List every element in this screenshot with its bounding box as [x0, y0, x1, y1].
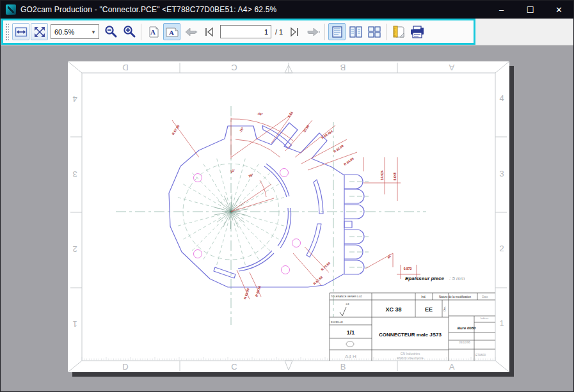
toolbar-separator	[386, 24, 387, 40]
dimension-label: 0.873	[404, 267, 412, 270]
first-page-icon	[203, 26, 215, 38]
portrait-page-icon: A	[147, 26, 160, 38]
svg-text:Epaisseur piece: Epaisseur piece	[405, 276, 444, 281]
title-block-text: Nature de la modification	[439, 295, 471, 299]
zone-letter-bottom: B	[340, 362, 346, 372]
dimension-label: R 70.50	[320, 261, 331, 271]
zone-number-right: 3	[499, 169, 504, 178]
dimension-label: 13°	[230, 168, 235, 173]
dimension-lines	[172, 113, 420, 299]
dimension-label: 6.048	[393, 173, 397, 181]
dimension-label: -45°	[257, 111, 263, 116]
drawing-sheet[interactable]: DCBADCBA43214321	[68, 61, 509, 372]
thickness-note: Epaisseur piece : 5 mm	[405, 276, 465, 281]
zoom-level-combobox[interactable]: 60.5% ▾	[51, 24, 99, 39]
dimension-label: 20.90	[302, 124, 310, 133]
chevron-down-icon[interactable]: ▾	[88, 29, 99, 35]
dimension-label: 14.924	[380, 170, 384, 180]
four-page-layout-button[interactable]	[365, 23, 383, 40]
zoom-level-value: 60.5%	[51, 28, 88, 36]
page-total-label: / 1	[275, 28, 283, 36]
title-block-text: CN Industries	[401, 352, 420, 356]
first-page-button[interactable]	[200, 23, 218, 40]
two-page-layout-button[interactable]	[347, 23, 364, 40]
last-page-button[interactable]	[285, 23, 303, 40]
title-block-text: Obs.	[443, 306, 446, 311]
dimension-label: R 64.09	[343, 157, 355, 166]
title-block-text: TOLERANCE GENER 0.02	[331, 295, 362, 298]
zoom-out-icon	[104, 25, 118, 39]
title-block-text: 03/10/96	[459, 341, 470, 344]
single-page-layout-button[interactable]	[328, 23, 346, 40]
drawing-svg: DCBADCBA43214321	[68, 61, 509, 372]
zone-number-left: 3	[72, 169, 77, 179]
dimension-label: -75°	[238, 127, 244, 134]
toolbar-highlight-box: 60.5% ▾	[1, 19, 475, 45]
page-number-input[interactable]	[220, 25, 271, 38]
zone-number-left: 1	[72, 319, 77, 329]
zone-number-right: 4	[499, 93, 504, 103]
zoom-out-button[interactable]	[102, 23, 119, 40]
fit-width-icon	[15, 26, 28, 38]
dimension-label: R 69.494	[321, 129, 333, 140]
title-block-text: Indices	[481, 317, 489, 320]
title-block-text: ETA600	[475, 354, 486, 357]
zone-letter-bottom: D	[122, 362, 128, 372]
app-window: GO2cam Production - "Connector.PCE" <ET7…	[0, 0, 574, 392]
next-view-arrow-icon	[306, 26, 320, 38]
app-icon	[6, 4, 16, 15]
title-block-text: CONNECTEUR male JS73	[379, 332, 442, 338]
toolbar-separator	[324, 24, 325, 40]
previous-view-button[interactable]	[182, 23, 199, 40]
title-block-text: 0.8	[346, 303, 349, 306]
zone-number-left: 4	[72, 94, 77, 104]
centerlines	[116, 106, 426, 325]
close-button[interactable]: ✕	[545, 1, 573, 19]
sheet-frame	[68, 61, 509, 372]
print-button[interactable]	[408, 23, 426, 40]
minimize-button[interactable]: –	[487, 1, 516, 19]
zone-letter-top: C	[231, 63, 237, 72]
svg-text:A: A	[150, 28, 155, 36]
dimension-label: 9.64	[287, 111, 294, 118]
window-title: GO2cam Production - "Connector.PCE" <ET7…	[20, 5, 276, 14]
previous-view-arrow-icon	[184, 26, 198, 38]
title-block-texts: Ind.Nature de la modificationDateTOLERAN…	[331, 295, 488, 360]
title-block-text: F69626 Villeurbanne	[397, 357, 424, 360]
sheet-ruler-ticks	[82, 357, 495, 361]
next-view-button[interactable]	[304, 23, 321, 40]
title-block-text: XC 38	[385, 306, 401, 313]
page-setup-ruler-icon	[392, 25, 406, 39]
title-block-text: Date	[482, 295, 488, 299]
landscape-page-icon: A	[165, 26, 179, 38]
fit-page-button[interactable]	[31, 23, 48, 40]
zone-letter-top: D	[122, 63, 128, 72]
page-setup-button[interactable]	[390, 23, 407, 40]
zone-letter-bottom: C	[231, 362, 237, 372]
zoom-in-icon	[122, 25, 136, 39]
single-page-layout-icon	[331, 26, 344, 38]
title-block-text: A4 H	[345, 354, 356, 359]
fit-width-button[interactable]	[12, 23, 29, 40]
title-block-text: ECHELLE	[331, 320, 343, 324]
toolbar-separator	[141, 24, 141, 40]
landscape-view-button[interactable]: A	[163, 23, 180, 40]
preview-canvas[interactable]: DCBADCBA43214321	[1, 45, 574, 391]
fit-page-icon	[33, 26, 46, 38]
zone-number-right: 2	[499, 244, 504, 253]
dimension-label: R 62.09	[333, 144, 344, 153]
part-outline	[169, 123, 364, 287]
printer-icon	[410, 25, 425, 39]
zone-number-right: 1	[499, 318, 504, 328]
title-block-text: 1/1	[347, 329, 355, 336]
dimension-label: 25°	[248, 173, 253, 178]
zone-letter-top: A	[449, 63, 454, 72]
portrait-view-button[interactable]: A	[145, 23, 162, 40]
zoom-in-button[interactable]	[120, 23, 138, 40]
title-block-text: Ind.	[421, 295, 426, 299]
zone-letter-top: B	[340, 63, 346, 72]
title-bar: GO2cam Production - "Connector.PCE" <ET7…	[1, 1, 573, 19]
maximize-button[interactable]: ☐	[516, 1, 545, 19]
last-page-icon	[289, 26, 300, 38]
toolbar-drag-grip[interactable]	[4, 22, 9, 42]
